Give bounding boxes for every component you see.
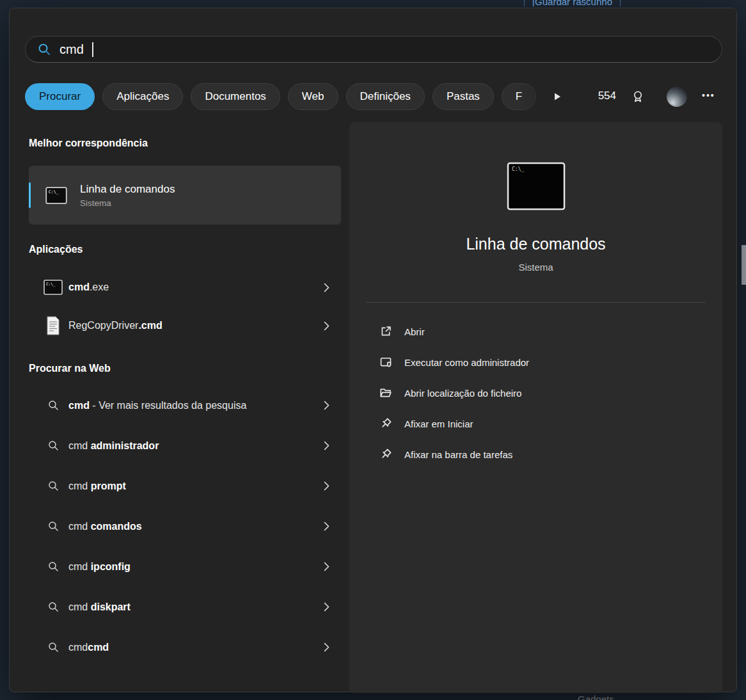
preview-pane: C:\_ Linha de comandos Sistema AbrirExec…	[349, 122, 722, 693]
run-as-admin-icon	[379, 356, 393, 369]
search-small-icon	[40, 521, 66, 532]
search-input[interactable]: cmd	[25, 36, 722, 63]
search-icon	[37, 42, 51, 56]
app-result-row[interactable]: C:\_cmd.exe	[29, 268, 341, 306]
preview-subtitle: Sistema	[349, 262, 722, 273]
web-suggestion-list: cmd - Ver mais resultados da pesquisacmd…	[29, 385, 341, 667]
web-suggestion-row[interactable]: cmd diskpart	[29, 587, 341, 627]
web-suggestion-row[interactable]: cmd comandos	[29, 506, 341, 546]
selection-accent-bar	[29, 182, 31, 208]
result-label: cmdcmd	[68, 642, 109, 653]
chevron-right-icon[interactable]	[324, 521, 335, 531]
web-search-header: Procurar na Web	[29, 363, 111, 374]
result-label: cmd comandos	[68, 521, 142, 532]
windows-search-flyout: cmd ProcurarAplicaçõesDocumentosWebDefin…	[9, 8, 737, 692]
action-label: Abrir	[404, 326, 425, 337]
open-external-icon	[379, 325, 393, 338]
play-button[interactable]	[552, 91, 562, 102]
web-suggestion-row[interactable]: cmdcmd	[29, 627, 341, 667]
search-query-text: cmd	[60, 42, 84, 57]
context-action-list: AbrirExecutar como administradorAbrir lo…	[366, 316, 706, 470]
filter-pill-documentos[interactable]: Documentos	[191, 83, 280, 110]
context-action-row[interactable]: Abrir	[366, 316, 706, 347]
cmd-preview-icon: C:\_	[507, 162, 566, 213]
filter-pill-aplicações[interactable]: Aplicações	[102, 83, 183, 110]
action-label: Abrir localização do ficheiro	[404, 388, 521, 399]
user-avatar[interactable]	[667, 86, 687, 107]
filter-bar: ProcurarAplicaçõesDocumentosWebDefiniçõe…	[25, 83, 722, 111]
rewards-count[interactable]: 554	[583, 90, 616, 102]
action-label: Afixar na barra de tarefas	[404, 449, 512, 460]
folder-open-icon	[379, 386, 393, 399]
cmd-icon: C:\_	[45, 187, 67, 204]
web-suggestion-row[interactable]: cmd - Ver mais resultados da pesquisa	[29, 385, 341, 426]
search-small-icon	[40, 561, 66, 572]
best-match-header: Melhor correspondência	[29, 138, 148, 149]
chevron-right-icon[interactable]	[324, 481, 335, 491]
text-cursor	[92, 42, 93, 57]
app-result-row[interactable]: RegCopyDriver.cmd	[29, 306, 341, 345]
result-label: cmd ipconfig	[68, 561, 131, 573]
chevron-right-icon[interactable]	[324, 642, 335, 652]
web-suggestion-row[interactable]: cmd ipconfig	[29, 546, 341, 587]
filter-fade	[518, 83, 576, 111]
web-suggestion-row[interactable]: cmd prompt	[29, 466, 341, 506]
search-small-icon	[40, 400, 66, 411]
pin-icon	[379, 448, 393, 461]
filter-pill-web[interactable]: Web	[288, 83, 338, 110]
rewards-icon[interactable]	[631, 90, 644, 103]
filter-pill-pastas[interactable]: Pastas	[433, 83, 494, 110]
chevron-right-icon[interactable]	[324, 401, 335, 410]
action-label: Afixar em Iniciar	[404, 418, 473, 429]
filter-pill-procurar[interactable]: Procurar	[25, 83, 95, 110]
background-text-gadgets: Gadgets	[578, 693, 614, 700]
file-script-icon	[40, 316, 66, 335]
context-action-row[interactable]: Afixar em Iniciar	[366, 408, 706, 439]
result-label: cmd prompt	[68, 481, 126, 492]
filter-pills: ProcurarAplicaçõesDocumentosWebDefiniçõe…	[25, 83, 556, 111]
background-scrollbar[interactable]	[742, 245, 746, 285]
result-label: cmd diskpart	[68, 601, 131, 613]
chevron-right-icon[interactable]	[324, 602, 335, 612]
chevron-right-icon[interactable]	[324, 283, 335, 292]
filter-pill-definições[interactable]: Definições	[346, 83, 425, 110]
apps-result-list: C:\_cmd.exeRegCopyDriver.cmd	[29, 268, 341, 345]
preview-title: Linha de comandos	[349, 235, 722, 253]
svg-text:C:\_: C:\_	[512, 166, 524, 172]
result-label: cmd administrador	[68, 440, 159, 452]
result-label: RegCopyDriver.cmd	[68, 320, 163, 331]
search-small-icon	[40, 642, 66, 653]
search-small-icon	[40, 481, 66, 491]
context-action-row[interactable]: Executar como administrador	[366, 347, 706, 378]
search-small-icon	[40, 440, 66, 451]
web-suggestion-row[interactable]: cmd administrador	[29, 426, 341, 466]
best-match-subtitle: Sistema	[80, 198, 175, 208]
context-action-row[interactable]: Abrir localização do ficheiro	[366, 378, 706, 408]
chevron-right-icon[interactable]	[324, 562, 335, 571]
svg-text:C:\_: C:\_	[46, 282, 56, 287]
search-small-icon	[40, 601, 66, 612]
background-link-guardar-rascunho: [Guardar rascunho	[524, 0, 621, 6]
best-match-result[interactable]: C:\_ Linha de comandos Sistema	[29, 166, 341, 225]
pin-icon	[379, 417, 393, 430]
best-match-title: Linha de comandos	[80, 183, 175, 196]
more-options-icon[interactable]: •••	[702, 90, 715, 100]
divider	[366, 302, 706, 303]
context-action-row[interactable]: Afixar na barra de tarefas	[366, 439, 706, 470]
chevron-right-icon[interactable]	[324, 441, 335, 450]
apps-header: Aplicações	[29, 244, 83, 255]
svg-text:C:\_: C:\_	[49, 189, 60, 195]
chevron-right-icon[interactable]	[324, 321, 335, 331]
result-label: cmd - Ver mais resultados da pesquisa	[68, 400, 246, 411]
result-label: cmd.exe	[68, 282, 109, 293]
cmd-icon: C:\_	[40, 280, 66, 295]
action-label: Executar como administrador	[404, 357, 529, 368]
